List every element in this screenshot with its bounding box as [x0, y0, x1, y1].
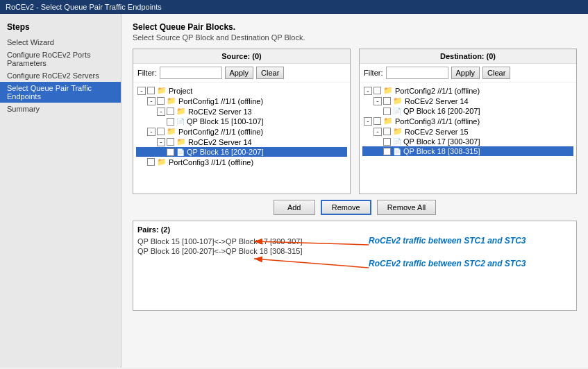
doc-icon-qpblock15: 📄 — [176, 118, 185, 126]
remove-button[interactable]: Remove — [321, 200, 371, 215]
dest-checkbox-portconfig3[interactable] — [373, 117, 381, 125]
destination-apply-button[interactable]: Apply — [451, 67, 480, 79]
label-qpblock16: QP Block 16 [200-207] — [187, 148, 263, 156]
sidebar-title: Steps — [0, 19, 121, 36]
checkbox-portconfig3[interactable] — [147, 158, 155, 166]
dest-label-portconfig3: PortConfig3 //1/1 (offline) — [395, 117, 480, 126]
source-filter-input[interactable] — [160, 67, 222, 79]
dest-checkbox-server15[interactable] — [383, 128, 391, 135]
pairs-section: Pairs: (2) QP Block 15 [100-107]<->QP Bl… — [133, 221, 577, 311]
source-tree-node-portconfig2[interactable]: - 📁 PortConfig2 //1/1 (offline) — [136, 126, 347, 137]
expand-icon-portconfig2[interactable]: - — [147, 128, 156, 136]
title-bar: RoCEv2 - Select Queue Pair Traffic Endpo… — [0, 0, 588, 14]
sidebar-item-configure-ports[interactable]: Configure RoCEv2 Ports Parameters — [0, 49, 121, 69]
dest-expand-icon-server14[interactable]: - — [373, 97, 382, 105]
title-text: RoCEv2 - Select Queue Pair Traffic Endpo… — [6, 3, 162, 11]
dest-label-qpblock16: QP Block 16 [200-207] — [403, 107, 480, 115]
source-tree-node-server14[interactable]: - 📁 RoCEv2 Server 14 — [136, 137, 347, 147]
sidebar-item-select-endpoints[interactable]: Select Queue Pair Traffic Endpoints — [0, 82, 121, 103]
checkbox-server13[interactable] — [167, 108, 174, 115]
checkbox-qpblock15[interactable] — [167, 118, 174, 126]
dest-tree-node-portconfig2[interactable]: - 📁 PortConfig2 //1/1 (offline) — [362, 85, 573, 96]
dest-label-portconfig2: PortConfig2 //1/1 (offline) — [395, 87, 480, 95]
sidebar: Steps Select Wizard Configure RoCEv2 Por… — [0, 14, 121, 368]
source-tree-node-qpblock16[interactable]: 📄 QP Block 16 [200-207] — [136, 147, 347, 157]
dest-tree-node-server15[interactable]: - 📁 RoCEv2 Server 15 — [362, 126, 573, 137]
label-portconfig3: PortConfig3 //1/1 (offline) — [169, 158, 253, 166]
source-filter-label: Filter: — [137, 69, 157, 77]
destination-filter-input[interactable] — [386, 67, 448, 79]
checkbox-portconfig2[interactable] — [157, 128, 165, 135]
folder-icon-portconfig3: 📁 — [157, 157, 167, 166]
dest-tree-node-qpblock17[interactable]: 📄 QP Block 17 [300-307] — [362, 137, 573, 146]
source-tree-node-portconfig1[interactable]: - 📁 PortConfig1 //1/1 (offline) — [136, 96, 347, 106]
expand-icon-server13[interactable]: - — [157, 108, 165, 116]
dest-tree-node-portconfig3[interactable]: - 📁 PortConfig3 //1/1 (offline) — [362, 116, 573, 126]
checkbox-project[interactable] — [147, 87, 155, 94]
dest-label-qpblock17: QP Block 17 [300-307] — [403, 137, 480, 146]
dest-expand-icon-server15[interactable]: - — [373, 128, 382, 136]
dest-checkbox-portconfig2[interactable] — [373, 87, 381, 94]
dest-label-qpblock18: QP Block 18 [308-315] — [403, 147, 480, 155]
dest-checkbox-qpblock17[interactable] — [383, 138, 391, 146]
expand-icon-portconfig1[interactable]: - — [147, 97, 156, 105]
label-portconfig1: PortConfig1 //1/1 (offline) — [178, 97, 263, 105]
sidebar-item-configure-servers[interactable]: Configure RoCEv2 Servers — [0, 69, 121, 82]
dest-folder-icon-portconfig2: 📁 — [383, 86, 393, 95]
folder-icon-portconfig1: 📁 — [167, 96, 176, 105]
dest-folder-icon-server14: 📁 — [393, 96, 403, 105]
dest-checkbox-qpblock18[interactable] — [383, 148, 391, 155]
dest-label-server15: RoCEv2 Server 15 — [405, 128, 469, 136]
section-title: Select Queue Pair Blocks. — [133, 22, 577, 32]
source-apply-button[interactable]: Apply — [225, 67, 254, 79]
pairs-container: Pairs: (2) QP Block 15 [100-107]<->QP Bl… — [133, 221, 577, 311]
dest-checkbox-qpblock16[interactable] — [383, 108, 391, 115]
source-dest-row: Source: (0) Filter: Apply Clear - 📁 Proj… — [133, 49, 577, 194]
destination-filter-row: Filter: Apply Clear — [360, 64, 576, 83]
source-filter-row: Filter: Apply Clear — [133, 64, 350, 83]
add-button[interactable]: Add — [274, 200, 315, 215]
destination-tree: - 📁 PortConfig2 //1/1 (offline) - 📁 RoCE… — [360, 83, 576, 194]
source-panel: Source: (0) Filter: Apply Clear - 📁 Proj… — [133, 49, 351, 194]
sidebar-item-select-wizard[interactable]: Select Wizard — [0, 36, 121, 49]
dest-tree-node-qpblock18[interactable]: 📄 QP Block 18 [308-315] — [362, 146, 573, 156]
doc-icon-qpblock16: 📄 — [176, 148, 185, 156]
source-clear-button[interactable]: Clear — [256, 67, 284, 79]
dest-expand-icon-portconfig3[interactable]: - — [364, 117, 372, 126]
dest-tree-node-qpblock16[interactable]: 📄 QP Block 16 [200-207] — [362, 106, 573, 116]
destination-panel: Destination: (0) Filter: Apply Clear - 📁… — [359, 49, 577, 194]
dest-folder-icon-portconfig3: 📁 — [383, 117, 393, 126]
folder-icon-project: 📁 — [157, 86, 167, 95]
destination-panel-header: Destination: (0) — [360, 49, 576, 64]
source-tree-node-qpblock15[interactable]: 📄 QP Block 15 [100-107] — [136, 117, 347, 126]
checkbox-portconfig1[interactable] — [157, 97, 165, 105]
expand-icon-server14[interactable]: - — [157, 138, 165, 146]
action-buttons-row: Add Remove Remove All — [133, 200, 577, 215]
checkbox-qpblock16[interactable] — [167, 148, 174, 156]
folder-icon-portconfig2: 📁 — [167, 127, 176, 136]
source-tree-node-server13[interactable]: - 📁 RoCEv2 Server 13 — [136, 106, 347, 117]
remove-all-button[interactable]: Remove All — [377, 200, 437, 215]
destination-filter-label: Filter: — [364, 69, 383, 77]
folder-icon-server14: 📁 — [176, 137, 186, 146]
source-tree: - 📁 Project - 📁 PortConfig1 //1/1 (offli… — [133, 83, 350, 194]
dest-doc-icon-qpblock18: 📄 — [393, 148, 401, 155]
expand-icon-project[interactable]: - — [137, 87, 146, 95]
label-server14: RoCEv2 Server 14 — [188, 138, 252, 146]
source-panel-header: Source: (0) — [133, 49, 350, 64]
sidebar-item-summary[interactable]: Summary — [0, 103, 121, 115]
pairs-title: Pairs: (2) — [137, 225, 572, 234]
source-tree-node-portconfig3[interactable]: 📁 PortConfig3 //1/1 (offline) — [136, 157, 347, 167]
section-subtitle: Select Source QP Block and Destination Q… — [133, 33, 577, 42]
dest-doc-icon-qpblock16: 📄 — [393, 108, 401, 115]
dest-checkbox-server14[interactable] — [383, 97, 391, 105]
checkbox-server14[interactable] — [167, 138, 174, 146]
pairs-item-1: QP Block 16 [200-207]<->QP Block 18 [308… — [137, 246, 572, 256]
folder-icon-server13: 📁 — [176, 107, 186, 116]
content-area: Select Queue Pair Blocks. Select Source … — [121, 14, 588, 368]
dest-doc-icon-qpblock17: 📄 — [393, 138, 401, 146]
dest-expand-icon-portconfig2[interactable]: - — [364, 87, 372, 95]
source-tree-node-project[interactable]: - 📁 Project — [136, 85, 347, 96]
dest-tree-node-server14[interactable]: - 📁 RoCEv2 Server 14 — [362, 96, 573, 106]
destination-clear-button[interactable]: Clear — [482, 67, 510, 79]
